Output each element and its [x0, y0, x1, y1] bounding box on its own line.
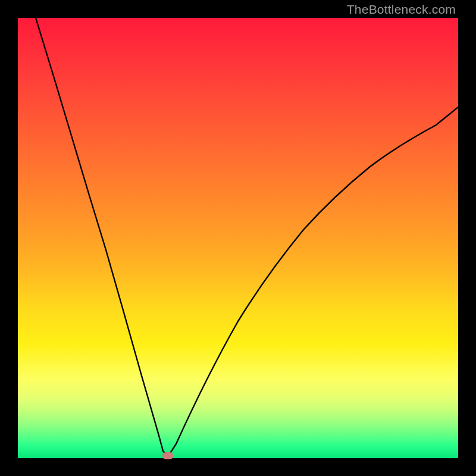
attribution-label: TheBottleneck.com	[347, 2, 456, 17]
plot-area	[18, 18, 458, 458]
chart-frame: TheBottleneck.com	[0, 0, 476, 476]
curve-path	[36, 18, 458, 457]
bottleneck-curve	[18, 18, 458, 458]
optimal-point-marker	[162, 452, 173, 459]
